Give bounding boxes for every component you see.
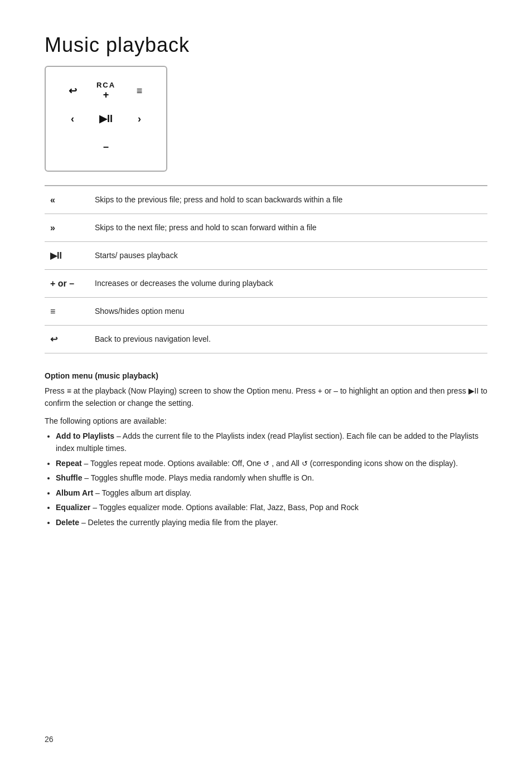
control-symbol: ≡: [45, 298, 89, 326]
list-item: Album Art – Toggles album art display.: [56, 487, 487, 499]
page-title: Music playback: [45, 33, 487, 57]
list-item: Add to Playlists – Adds the current file…: [56, 430, 487, 455]
list-item: Shuffle – Toggles shuffle mode. Plays me…: [56, 472, 487, 484]
table-row: «Skips to the previous file; press and h…: [45, 186, 487, 214]
table-row: »Skips to the next file; press and hold …: [45, 214, 487, 242]
option-available-label: The following options are available:: [45, 416, 487, 425]
control-symbol: »: [45, 214, 89, 242]
control-description: Skips to the next file; press and hold t…: [89, 214, 487, 242]
control-description: Shows/hides option menu: [89, 298, 487, 326]
plus-button-icon: +: [96, 89, 115, 101]
menu-button-icon: ≡: [137, 85, 143, 97]
option-menu-section: Option menu (music playback) Press ≡ at …: [45, 371, 487, 529]
controls-table: «Skips to the previous file; press and h…: [45, 186, 487, 353]
minus-button-icon: –: [103, 141, 109, 153]
option-list: Add to Playlists – Adds the current file…: [45, 430, 487, 529]
brand-label: RCA: [96, 81, 115, 89]
list-item: Repeat – Toggles repeat mode. Options av…: [56, 457, 487, 470]
control-symbol: ▶II: [45, 242, 89, 270]
next-button-icon: ›: [138, 113, 141, 125]
control-symbol: + or –: [45, 270, 89, 298]
option-menu-title: Option menu (music playback): [45, 371, 487, 380]
control-description: Starts/ pauses playback: [89, 242, 487, 270]
page-number: 26: [45, 735, 54, 744]
table-row: ▶IIStarts/ pauses playback: [45, 242, 487, 270]
device-buttons: ↩ RCA + ≡ ‹ ▶II › –: [56, 77, 156, 161]
table-row: + or –Increases or decreases the volume …: [45, 270, 487, 298]
list-item: Delete – Deletes the currently playing m…: [56, 516, 487, 529]
playpause-button-icon: ▶II: [99, 113, 113, 125]
control-description: Skips to the previous file; press and ho…: [89, 186, 487, 214]
list-item: Equalizer – Toggles equalizer mode. Opti…: [56, 501, 487, 513]
control-description: Increases or decreases the volume during…: [89, 270, 487, 298]
option-menu-intro: Press ≡ at the playback (Now Playing) sc…: [45, 385, 487, 410]
control-description: Back to previous navigation level.: [89, 326, 487, 353]
table-row: ↩Back to previous navigation level.: [45, 326, 487, 353]
device-mockup: ↩ RCA + ≡ ‹ ▶II › –: [45, 66, 167, 172]
control-symbol: «: [45, 186, 89, 214]
back-button-icon: ↩: [69, 85, 77, 97]
table-row: ≡Shows/hides option menu: [45, 298, 487, 326]
control-symbol: ↩: [45, 326, 89, 353]
prev-button-icon: ‹: [71, 113, 74, 125]
